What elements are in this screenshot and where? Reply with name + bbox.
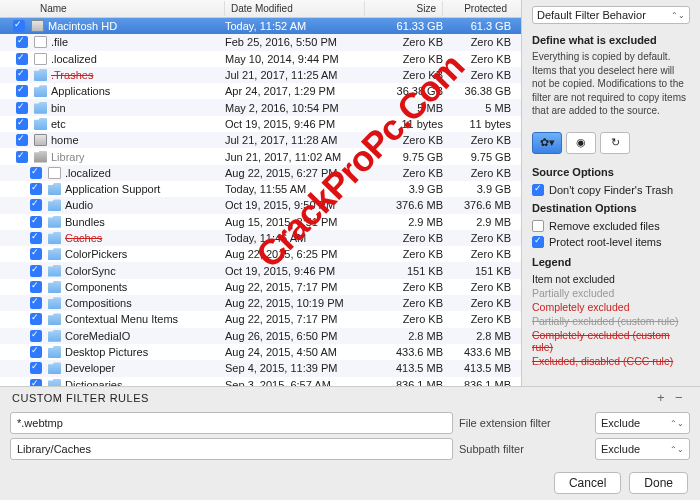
disclosure-icon[interactable]: ▶: [0, 184, 30, 194]
item-name: home: [51, 134, 225, 146]
include-checkbox[interactable]: [16, 102, 28, 114]
include-checkbox[interactable]: [30, 346, 42, 358]
table-row[interactable]: ▶CoreMediaIOAug 26, 2015, 6:50 PM2.8 MB2…: [0, 328, 521, 344]
table-row[interactable]: ▶ComponentsAug 22, 2015, 7:17 PMZero KBZ…: [0, 279, 521, 295]
item-name: Macintosh HD: [48, 20, 225, 32]
disclosure-icon[interactable]: ▶: [0, 298, 30, 308]
disclosure-icon[interactable]: ▶: [0, 347, 30, 357]
remove-rule-button[interactable]: −: [670, 390, 688, 405]
disclosure-icon[interactable]: ▶: [0, 103, 16, 113]
table-row[interactable]: ▶ColorSyncOct 19, 2015, 9:46 PM151 KB151…: [0, 262, 521, 278]
rule-action-select[interactable]: Exclude⌃⌄: [595, 438, 690, 460]
include-checkbox[interactable]: [13, 20, 25, 32]
disclosure-icon[interactable]: ▼: [0, 152, 16, 162]
disclosure-icon[interactable]: ▶: [0, 70, 16, 80]
refresh-button[interactable]: ↻: [600, 132, 630, 154]
item-protected: 11 bytes: [443, 118, 521, 130]
item-name: Compositions: [65, 297, 225, 309]
table-row[interactable]: ▶etcOct 19, 2015, 9:46 PM11 bytes11 byte…: [0, 116, 521, 132]
disclosure-icon[interactable]: ▶: [0, 331, 30, 341]
table-row[interactable]: ▶binMay 2, 2016, 10:54 PM5 MB5 MB: [0, 99, 521, 115]
item-date: Oct 19, 2015, 9:46 PM: [225, 118, 365, 130]
include-checkbox[interactable]: [30, 265, 42, 277]
item-date: Aug 22, 2015, 7:17 PM: [225, 313, 365, 325]
include-checkbox[interactable]: [30, 281, 42, 293]
item-size: 9.75 GB: [365, 151, 443, 163]
include-checkbox[interactable]: [16, 118, 28, 130]
rule-pattern-input[interactable]: [10, 412, 453, 434]
include-checkbox[interactable]: [16, 36, 28, 48]
preview-button[interactable]: ◉: [566, 132, 596, 154]
item-size: Zero KB: [365, 248, 443, 260]
add-rule-button[interactable]: +: [652, 390, 670, 405]
include-checkbox[interactable]: [30, 216, 42, 228]
table-row[interactable]: ▶ApplicationsApr 24, 2017, 1:29 PM36.38 …: [0, 83, 521, 99]
include-checkbox[interactable]: [16, 85, 28, 97]
protect-root-checkbox[interactable]: [532, 236, 544, 248]
disclosure-icon[interactable]: ▶: [0, 119, 16, 129]
disclosure-icon[interactable]: ▶: [0, 217, 30, 227]
include-checkbox[interactable]: [30, 379, 42, 386]
table-row[interactable]: Macintosh HDToday, 11:52 AM61.33 GB61.3 …: [0, 18, 521, 34]
table-row[interactable]: ▶Application SupportToday, 11:55 AM3.9 G…: [0, 181, 521, 197]
col-date[interactable]: Date Modified: [225, 1, 365, 16]
table-row[interactable]: ▶ColorPickersAug 22, 2015, 6:25 PMZero K…: [0, 246, 521, 262]
include-checkbox[interactable]: [16, 69, 28, 81]
table-row[interactable]: ▶Contextual Menu ItemsAug 22, 2015, 7:17…: [0, 311, 521, 327]
col-name[interactable]: Name: [0, 1, 225, 16]
sidebar: Default Filter Behavior ⌃⌄ Define what i…: [522, 0, 700, 386]
item-name: Contextual Menu Items: [65, 313, 225, 325]
cancel-button[interactable]: Cancel: [554, 472, 621, 494]
include-checkbox[interactable]: [30, 313, 42, 325]
disclosure-icon[interactable]: ▶: [0, 249, 30, 259]
table-row[interactable]: ▶CompositionsAug 22, 2015, 10:19 PMZero …: [0, 295, 521, 311]
disclosure-icon[interactable]: ▶: [0, 135, 16, 145]
table-row[interactable]: ▶BundlesAug 15, 2015, 8:51 PM2.9 MB2.9 M…: [0, 214, 521, 230]
disclosure-icon[interactable]: ▶: [0, 363, 30, 373]
done-button[interactable]: Done: [629, 472, 688, 494]
table-row[interactable]: ▼LibraryJun 21, 2017, 11:02 AM9.75 GB9.7…: [0, 148, 521, 164]
disclosure-icon[interactable]: ▶: [0, 200, 30, 210]
table-row[interactable]: ▶homeJul 21, 2017, 11:28 AMZero KBZero K…: [0, 132, 521, 148]
include-checkbox[interactable]: [30, 232, 42, 244]
include-checkbox[interactable]: [16, 134, 28, 146]
rule-action-select[interactable]: Exclude⌃⌄: [595, 412, 690, 434]
include-checkbox[interactable]: [16, 151, 28, 163]
disclosure-icon[interactable]: ▶: [0, 86, 16, 96]
table-row[interactable]: ▶DictionariesSep 3, 2015, 6:57 AM836.1 M…: [0, 377, 521, 386]
item-size: 151 KB: [365, 265, 443, 277]
item-size: 2.8 MB: [365, 330, 443, 342]
include-checkbox[interactable]: [30, 362, 42, 374]
gear-menu-button[interactable]: ✿▾: [532, 132, 562, 154]
include-checkbox[interactable]: [30, 183, 42, 195]
include-checkbox[interactable]: [30, 297, 42, 309]
table-row[interactable]: ▶DeveloperSep 4, 2015, 11:39 PM413.5 MB4…: [0, 360, 521, 376]
remove-excluded-checkbox[interactable]: [532, 220, 544, 232]
include-checkbox[interactable]: [16, 53, 28, 65]
col-size[interactable]: Size: [365, 1, 443, 16]
disclosure-icon[interactable]: ▶: [0, 233, 30, 243]
disclosure-icon[interactable]: ▶: [0, 266, 30, 276]
table-row[interactable]: .localizedAug 22, 2015, 6:27 PMZero KBZe…: [0, 165, 521, 181]
include-checkbox[interactable]: [30, 199, 42, 211]
filter-behavior-select[interactable]: Default Filter Behavior ⌃⌄: [532, 6, 690, 24]
table-row[interactable]: ▶.TrashesJul 21, 2017, 11:25 AMZero KBZe…: [0, 67, 521, 83]
table-row[interactable]: ▶AudioOct 19, 2015, 9:50 PM376.6 MB376.6…: [0, 197, 521, 213]
table-row[interactable]: .fileFeb 25, 2016, 5:50 PMZero KBZero KB: [0, 34, 521, 50]
col-prot[interactable]: Protected: [443, 1, 521, 16]
table-row[interactable]: ▶CachesToday, 11:46 AMZero KBZero KB: [0, 230, 521, 246]
disclosure-icon[interactable]: ▶: [0, 282, 30, 292]
include-checkbox[interactable]: [30, 167, 42, 179]
disclosure-icon[interactable]: ▶: [0, 314, 30, 324]
item-name: .localized: [51, 53, 225, 65]
src-trash-label: Don't copy Finder's Trash: [549, 184, 673, 196]
rule-pattern-input[interactable]: [10, 438, 453, 460]
include-checkbox[interactable]: [30, 330, 42, 342]
file-tree[interactable]: Macintosh HDToday, 11:52 AM61.33 GB61.3 …: [0, 18, 521, 386]
src-trash-checkbox[interactable]: [532, 184, 544, 196]
item-protected: 61.3 GB: [443, 20, 521, 32]
item-protected: Zero KB: [443, 167, 521, 179]
table-row[interactable]: .localizedMay 10, 2014, 9:44 PMZero KBZe…: [0, 51, 521, 67]
include-checkbox[interactable]: [30, 248, 42, 260]
table-row[interactable]: ▶Desktop PicturesAug 24, 2015, 4:50 AM43…: [0, 344, 521, 360]
